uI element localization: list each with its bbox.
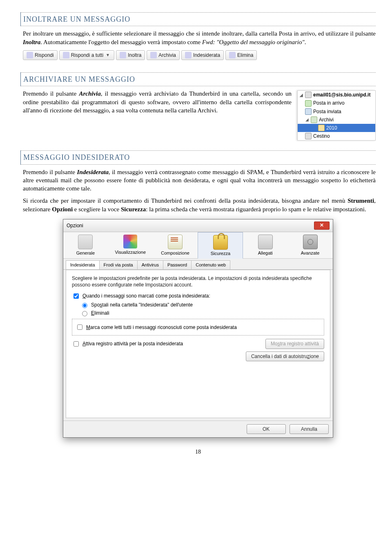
subtab-antivirus[interactable]: Antivirus xyxy=(137,260,163,269)
text: tali nella cartella "Indesiderata" dell'… xyxy=(102,302,193,308)
dialog-title: Opzioni xyxy=(67,222,83,229)
text: arca come letti tutti i messaggi riconos… xyxy=(90,324,237,330)
category-security[interactable]: Sicurezza xyxy=(198,232,243,259)
account-label: email01@sis.bio.unipd.it xyxy=(313,92,370,98)
text: Premendo il pulsante xyxy=(23,90,79,97)
trash-icon xyxy=(305,133,312,139)
ok-button[interactable]: OK xyxy=(247,424,286,434)
text: ttiva registro attività per la posta ind… xyxy=(86,341,183,347)
folder-inbox[interactable]: Posta in arrivo xyxy=(298,99,375,107)
junk-paragraph-1: Premendo il pulsante Indesiderata, il me… xyxy=(23,168,376,193)
inbox-icon xyxy=(305,100,312,107)
keyword-inoltra: Inoltra xyxy=(23,39,40,45)
panel-description: Scegliere le impostazioni predefinite pe… xyxy=(72,275,324,288)
junk-label: Indesiderata xyxy=(193,52,220,58)
enable-log-label: Attiva registro attività per la posta in… xyxy=(82,340,183,347)
archive-icon xyxy=(150,52,157,58)
cancel-button[interactable]: Annulla xyxy=(290,424,329,434)
dialog-titlebar: Opzioni ✕ xyxy=(63,219,333,232)
subtab-fraud[interactable]: Frodi via posta xyxy=(99,260,138,269)
text: ione xyxy=(310,354,319,359)
text: . Automaticamente l'oggetto del messaggi… xyxy=(40,39,202,45)
reply-button[interactable]: Rispondi xyxy=(23,50,58,60)
subtab-web[interactable]: Contenuto web xyxy=(191,260,230,269)
gear-icon xyxy=(303,235,318,249)
folder-icon xyxy=(318,125,325,131)
text: M xyxy=(86,324,90,330)
general-icon xyxy=(78,235,93,249)
dialog-footer: OK Annulla xyxy=(63,421,333,437)
keyword-strumenti: Strumenti xyxy=(347,197,374,204)
junk-button[interactable]: Indesiderata xyxy=(181,50,224,60)
text: Cancella i dati di autoistru xyxy=(251,354,307,359)
text: : la prima scheda che verrà mostrata rig… xyxy=(146,206,366,213)
move-radio[interactable] xyxy=(82,303,87,308)
example-subject: Fwd: "Oggetto del messaggio originario" xyxy=(202,39,305,45)
folder-tree-panel: ◢email01@sis.bio.unipd.it Posta in arriv… xyxy=(297,90,376,141)
category-label: Sicurezza xyxy=(199,251,242,257)
archive-icon xyxy=(311,116,317,123)
archive-button[interactable]: Archivia xyxy=(147,50,180,60)
enable-log-row: Attiva registro attività per la posta in… xyxy=(72,339,324,349)
inbox-label: Posta in arrivo xyxy=(313,100,345,106)
reply-all-label: Rispondi a tutti xyxy=(71,52,103,58)
delete-button[interactable]: Elimina xyxy=(225,50,257,60)
enable-log-checkbox[interactable] xyxy=(74,341,79,347)
archive-paragraph: Premendo il pulsante Archivia, il messag… xyxy=(23,90,292,114)
folder-archives[interactable]: ◢Archivi xyxy=(298,116,375,124)
forward-label: Inoltra xyxy=(128,52,141,58)
close-button[interactable]: ✕ xyxy=(314,222,330,230)
folder-year-2010[interactable]: 2010 xyxy=(298,124,375,132)
text: Per inoltrare un messaggio, è sufficient… xyxy=(23,30,376,37)
category-label: Visualizzazione xyxy=(109,249,152,255)
text: e scegliere la voce xyxy=(73,206,121,213)
junk-settings-panel: Scegliere le impostazioni predefinite pe… xyxy=(66,270,330,418)
mark-read-group: Marca come letti tutti i messaggi ricono… xyxy=(72,319,324,336)
text: E xyxy=(91,310,94,316)
category-attachments[interactable]: Allegati xyxy=(243,232,288,258)
delete-row: Eliminali xyxy=(80,310,324,316)
account-row[interactable]: ◢email01@sis.bio.unipd.it xyxy=(298,91,375,99)
category-row: Generale Visualizzazione Composizione Si… xyxy=(63,232,333,259)
text: Spo xyxy=(91,302,100,308)
junk-paragraph-2: Si ricorda che per impostare il comporta… xyxy=(23,197,376,213)
text: Q xyxy=(82,293,86,299)
subtab-junk[interactable]: Indesiderata xyxy=(66,260,100,269)
delete-label: Eliminali xyxy=(91,310,109,316)
archive-label: Archivia xyxy=(158,52,176,58)
reset-training-button[interactable]: Cancella i dati di autoistruzione xyxy=(246,351,324,361)
show-log-button[interactable]: Mostra registro attività xyxy=(265,339,324,349)
section-title-forward: INOLTRARE UN MESSAGGIO xyxy=(21,12,376,26)
options-dialog: Opzioni ✕ Generale Visualizzazione Compo… xyxy=(63,219,333,438)
forward-icon xyxy=(120,52,126,58)
keyword-sicurezza: Sicurezza xyxy=(121,206,146,213)
sent-icon xyxy=(305,108,312,115)
keyword-archivia: Archivia xyxy=(79,90,100,97)
collapse-icon[interactable]: ◢ xyxy=(305,117,309,123)
category-compose[interactable]: Composizione xyxy=(153,232,198,258)
section-title-archive: ARCHIVIARE UN MESSAGGIO xyxy=(21,72,376,86)
section-title-junk: MESSAGGIO INDESIDERATO xyxy=(21,150,376,164)
reply-all-button[interactable]: Rispondi a tutti▼ xyxy=(59,50,114,60)
subtab-password[interactable]: Password xyxy=(163,260,192,269)
delete-label: Elimina xyxy=(237,52,253,58)
paperclip-icon xyxy=(258,235,273,249)
keyword-opzioni: Opzioni xyxy=(52,206,73,213)
text: Premendo il pulsante xyxy=(23,169,77,175)
mark-read-checkbox[interactable] xyxy=(77,324,82,330)
collapse-icon[interactable]: ◢ xyxy=(299,92,303,98)
folder-trash[interactable]: Cestino xyxy=(298,132,375,140)
forward-button[interactable]: Inoltra xyxy=(116,50,145,60)
compose-icon xyxy=(168,235,183,249)
category-display[interactable]: Visualizzazione xyxy=(108,232,153,258)
category-advanced[interactable]: Avanzate xyxy=(288,232,333,258)
sent-label: Posta inviata xyxy=(313,108,341,115)
delete-radio[interactable] xyxy=(82,311,87,316)
chevron-down-icon[interactable]: ▼ xyxy=(105,52,111,58)
move-label: Spostali nella cartella "Indesiderata" d… xyxy=(91,302,193,308)
when-marked-checkbox[interactable] xyxy=(74,293,79,299)
folder-sent[interactable]: Posta inviata xyxy=(298,107,375,116)
category-general[interactable]: Generale xyxy=(63,232,108,258)
reply-label: Rispondi xyxy=(35,52,54,58)
text: . xyxy=(305,39,306,45)
